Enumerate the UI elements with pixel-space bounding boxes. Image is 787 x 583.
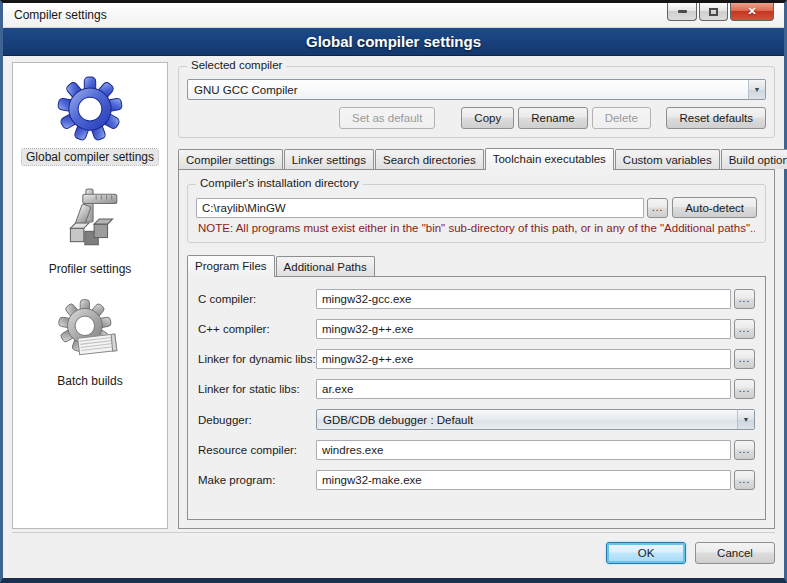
toolchain-executables-page: Compiler's installation directory ... Au… <box>178 169 775 529</box>
make-program-row: Make program: ... <box>198 470 755 490</box>
browse-make-program-button[interactable]: ... <box>734 470 755 490</box>
ok-button[interactable]: OK <box>606 542 686 564</box>
chevron-down-icon: ▼ <box>737 410 754 429</box>
field-label: Linker for static libs: <box>198 383 316 395</box>
program-files-page: C compiler: ... C++ compiler: ... Linker… <box>187 276 766 520</box>
selected-compiler-legend: Selected compiler <box>187 59 286 71</box>
page-title: Global compiler settings <box>3 28 784 56</box>
browse-static-linker-button[interactable]: ... <box>734 379 755 399</box>
tab-linker-settings[interactable]: Linker settings <box>284 149 374 169</box>
sidebar-item-label: Profiler settings <box>45 261 136 277</box>
field-label: Make program: <box>198 474 316 486</box>
dynamic-linker-row: Linker for dynamic libs: ... <box>198 349 755 369</box>
copy-button[interactable]: Copy <box>461 107 514 129</box>
dynamic-linker-input[interactable] <box>316 349 731 369</box>
browse-c-compiler-button[interactable]: ... <box>734 289 755 309</box>
window-title: Compiler settings <box>3 8 107 22</box>
main-panel: Selected compiler GNU GCC Compiler ▼ Set… <box>178 62 775 532</box>
chevron-down-icon: ▼ <box>748 80 765 99</box>
delete-button[interactable]: Delete <box>592 107 651 129</box>
browse-dynamic-linker-button[interactable]: ... <box>734 349 755 369</box>
settings-tabstrip: Compiler settings Linker settings Search… <box>178 147 775 169</box>
sidebar-item-profiler-settings[interactable]: Profiler settings <box>13 185 167 291</box>
minimize-button[interactable] <box>667 3 697 21</box>
compiler-select[interactable]: GNU GCC Compiler ▼ <box>187 79 766 100</box>
debugger-select[interactable]: GDB/CDB debugger : Default ▼ <box>316 409 755 430</box>
tab-build-options[interactable]: Build options <box>721 149 787 169</box>
program-files-tabstrip: Program Files Additional Paths <box>187 255 766 276</box>
maximize-button[interactable] <box>699 3 728 21</box>
compiler-select-value: GNU GCC Compiler <box>188 84 748 96</box>
field-label: C compiler: <box>198 293 316 305</box>
selected-compiler-group: Selected compiler GNU GCC Compiler ▼ Set… <box>178 66 775 138</box>
cpp-compiler-input[interactable] <box>316 319 731 339</box>
debugger-row: Debugger: GDB/CDB debugger : Default ▼ <box>198 409 755 430</box>
caliper-icon <box>57 187 123 253</box>
cpp-compiler-row: C++ compiler: ... <box>198 319 755 339</box>
gear-gray-icon <box>57 299 123 365</box>
caption-buttons: ✕ <box>665 3 774 21</box>
installation-directory-group: Compiler's installation directory ... Au… <box>187 184 766 243</box>
installation-note: NOTE: All programs must exist either in … <box>198 222 755 234</box>
tab-custom-variables[interactable]: Custom variables <box>615 149 720 169</box>
field-label: Debugger: <box>198 414 316 426</box>
browse-cpp-compiler-button[interactable]: ... <box>734 319 755 339</box>
debugger-select-value: GDB/CDB debugger : Default <box>317 414 737 426</box>
minimize-icon <box>678 10 687 13</box>
browse-resource-compiler-button[interactable]: ... <box>734 440 755 460</box>
compiler-settings-dialog: Compiler settings ✕ Global compiler sett… <box>0 0 787 583</box>
sidebar-item-label: Global compiler settings <box>22 149 158 165</box>
static-linker-input[interactable] <box>316 379 731 399</box>
rename-button[interactable]: Rename <box>518 107 587 129</box>
titlebar[interactable]: Compiler settings ✕ <box>3 3 784 28</box>
dialog-body: Global compiler settings <box>3 56 784 532</box>
maximize-icon <box>709 8 718 16</box>
installation-directory-legend: Compiler's installation directory <box>196 177 363 189</box>
close-button[interactable]: ✕ <box>730 3 774 21</box>
reset-defaults-button[interactable]: Reset defaults <box>666 107 766 129</box>
c-compiler-row: C compiler: ... <box>198 289 755 309</box>
resource-compiler-input[interactable] <box>316 440 731 460</box>
installation-directory-input[interactable] <box>196 198 644 218</box>
sidebar-item-batch-builds[interactable]: Batch builds <box>13 297 167 403</box>
field-label: C++ compiler: <box>198 323 316 335</box>
tab-compiler-settings[interactable]: Compiler settings <box>178 149 283 169</box>
static-linker-row: Linker for static libs: ... <box>198 379 755 399</box>
settings-category-list: Global compiler settings <box>12 62 168 529</box>
make-program-input[interactable] <box>316 470 731 490</box>
installation-directory-row: ... Auto-detect <box>196 197 757 218</box>
field-label: Linker for dynamic libs: <box>198 353 316 365</box>
tab-toolchain-executables[interactable]: Toolchain executables <box>485 148 614 170</box>
set-as-default-button[interactable]: Set as default <box>339 107 435 129</box>
gear-blue-icon <box>57 75 123 141</box>
compiler-buttons-row: Set as default Copy Rename Delete Reset … <box>187 107 766 129</box>
sidebar-item-global-compiler-settings[interactable]: Global compiler settings <box>13 73 167 179</box>
resource-compiler-row: Resource compiler: ... <box>198 440 755 460</box>
tab-additional-paths[interactable]: Additional Paths <box>276 256 375 276</box>
auto-detect-button[interactable]: Auto-detect <box>672 197 757 218</box>
tab-program-files[interactable]: Program Files <box>187 255 275 277</box>
c-compiler-input[interactable] <box>316 289 731 309</box>
browse-directory-button[interactable]: ... <box>647 198 668 218</box>
tab-search-directories[interactable]: Search directories <box>375 149 484 169</box>
dialog-footer: OK Cancel <box>12 532 775 578</box>
sidebar-item-label: Batch builds <box>53 373 126 389</box>
close-icon: ✕ <box>747 5 756 18</box>
field-label: Resource compiler: <box>198 444 316 456</box>
cancel-button[interactable]: Cancel <box>695 542 775 564</box>
